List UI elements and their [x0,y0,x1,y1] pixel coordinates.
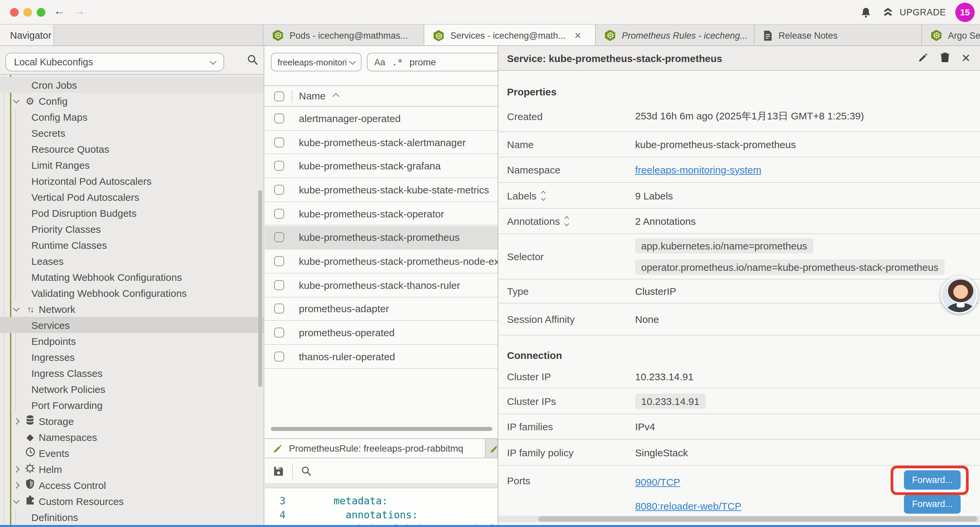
sidebar-item-events[interactable]: Events [0,445,264,461]
port-link-9090-tcp[interactable]: 9090/TCP [635,476,680,487]
table-row-alertmanager-operated[interactable]: alertmanager-operated [265,107,498,131]
detail-row-ip-family-policy: IP family policySingleStack [498,439,980,466]
sidebar-item-endpoints[interactable]: Endpoints [0,333,264,349]
sort-ascending-icon[interactable] [332,93,339,100]
table-row-thanos-ruler-operated[interactable]: thanos-ruler-operated [265,345,498,369]
row-checkbox[interactable] [274,185,284,195]
sidebar-item-vertical-pod-autoscalers[interactable]: Vertical Pod Autoscalers [0,189,264,205]
namespace-filter-dropdown[interactable]: freeleaps-monitoring-system [271,53,361,72]
upgrade-button[interactable]: UPGRADE [881,6,946,18]
yaml-editor[interactable]: 3metadata:4annotations:5kubectl.kubernet… [265,488,498,527]
chevron-right-icon[interactable] [13,466,20,472]
tab-argo-se[interactable]: Argo Se [922,25,980,45]
match-case-icon[interactable]: Aa [374,57,385,67]
table-row-prometheus-operated[interactable]: prometheus-operated [265,321,498,345]
minimize-window-button[interactable] [23,8,32,17]
detail-close-icon[interactable]: ✕ [961,51,971,65]
sidebar-item-port-forwarding[interactable]: Port Forwarding [0,397,264,413]
bell-icon[interactable] [860,6,872,18]
row-checkbox[interactable] [274,304,284,314]
sidebar-item-pod-disruption-budgets[interactable]: Pod Disruption Budgets [0,205,264,221]
avatar[interactable] [941,276,978,314]
row-checkbox[interactable] [274,280,284,290]
detail-scrollbar[interactable] [538,516,977,522]
save-icon[interactable] [273,465,284,477]
table-row-kube-prometheus-stack-kube-state-metrics[interactable]: kube-prometheus-stack-kube-state-metrics [265,178,498,202]
table-row-prometheus-adapter[interactable]: prometheus-adapter [265,297,498,321]
tab-pods-icecheng-mathmas[interactable]: Pods - icecheng@mathmas... [264,25,424,45]
forward-button-2[interactable]: Forward... [904,494,961,514]
detail-delete-trash-icon[interactable] [940,52,950,64]
sidebar-item-priority-classes[interactable]: Priority Classes [0,221,264,237]
notification-count-badge[interactable]: 15 [955,3,975,22]
row-checkbox[interactable] [274,137,284,147]
sidebar-item-storage[interactable]: Storage [0,413,264,429]
row-checkbox[interactable] [274,352,284,361]
chevron-down-icon[interactable] [13,497,20,503]
sidebar-item-namespaces[interactable]: ◆Namespaces [0,429,264,445]
namespace-link[interactable]: freeleaps-monitoring-system [635,164,762,175]
row-checkbox[interactable] [274,113,284,123]
table-row-kube-prometheus-stack-prometheus-node-expor[interactable]: kube-prometheus-stack-prometheus-node-ex… [265,250,498,273]
sidebar-item-horizontal-pod-autoscalers[interactable]: Horizontal Pod Autoscalers [0,173,264,189]
row-checkbox[interactable] [274,161,284,171]
expand-collapse-sorter-icon[interactable] [565,217,568,226]
sidebar-item-services[interactable]: Services [0,317,264,333]
editor-tab-prometheusrule[interactable]: PrometheusRule: freeleaps-prod-rabbitmq [265,439,486,458]
sidebar-item-access-control[interactable]: Access Control [0,477,264,493]
expand-collapse-sorter-icon[interactable] [542,191,545,200]
select-all-checkbox[interactable] [274,91,284,101]
regex-icon[interactable]: .* [392,57,403,67]
port-link-8080-reloader-web-tcp[interactable]: 8080:reloader-web/TCP [635,500,741,511]
sidebar-item-helm[interactable]: Helm [0,461,264,477]
row-checkbox[interactable] [274,232,284,242]
table-row-kube-prometheus-stack-alertmanager[interactable]: kube-prometheus-stack-alertmanager [265,131,498,154]
sidebar-item-runtime-classes[interactable]: Runtime Classes [0,237,264,253]
detail-label: Annotations [498,209,635,234]
sidebar-item-ingresses[interactable]: Ingresses [0,349,264,365]
row-checkbox[interactable] [274,209,284,218]
sidebar-search-icon[interactable] [247,54,258,67]
sidebar-item-leases[interactable]: Leases [0,253,264,269]
list-search-input[interactable]: Aa .* prome [367,53,498,72]
row-checkbox[interactable] [274,256,284,266]
sidebar-item-definitions[interactable]: Definitions [0,509,264,525]
tab-close-icon[interactable]: ✕ [574,31,582,41]
name-column-header[interactable]: Name [299,90,326,101]
zoom-window-button[interactable] [37,8,45,17]
sidebar-item-network[interactable]: ↑↓Network [0,301,264,317]
sidebar-item-config[interactable]: ⚙Config [0,93,264,109]
table-row-kube-prometheus-stack-prometheus[interactable]: kube-prometheus-stack-prometheus [265,226,498,250]
editor-tab-next-partial[interactable] [486,439,498,458]
table-row-kube-prometheus-stack-thanos-ruler[interactable]: kube-prometheus-stack-thanos-ruler [265,274,498,297]
chevron-down-icon[interactable] [13,96,20,103]
sidebar-item-secrets[interactable]: Secrets [0,125,264,141]
sidebar-item-custom-resources[interactable]: Custom Resources [0,493,264,509]
sidebar-item-cron-jobs[interactable]: Cron Jobs [0,77,264,93]
sidebar-scrollbar[interactable] [258,190,262,387]
kubeconfig-dropdown[interactable]: Local Kubeconfigs [5,53,224,72]
sidebar-item-ingress-classes[interactable]: Ingress Classes [0,365,264,381]
editor-search-icon[interactable] [301,466,312,476]
back-icon[interactable]: ← [52,5,67,18]
sidebar-item-config-maps[interactable]: Config Maps [0,109,264,125]
close-window-button[interactable] [10,8,19,17]
sidebar-item-mutating-webhook-configurations[interactable]: Mutating Webhook Configurations [0,269,264,285]
detail-edit-pencil-icon[interactable] [918,52,929,64]
tab-prometheus-rules-icecheng[interactable]: Prometheus Rules - icecheng... [596,25,754,45]
table-row-kube-prometheus-stack-operator[interactable]: kube-prometheus-stack-operator [265,202,498,226]
chevron-down-icon[interactable] [13,304,20,311]
table-row-kube-prometheus-stack-grafana[interactable]: kube-prometheus-stack-grafana [265,154,498,178]
navigator-panel-tab[interactable]: Navigator [0,25,54,46]
table-horizontal-scrollbar[interactable] [271,427,492,431]
chevron-right-icon[interactable] [13,417,20,424]
sidebar-item-limit-ranges[interactable]: Limit Ranges [0,157,264,173]
sidebar-item-resource-quotas[interactable]: Resource Quotas [0,141,264,157]
sidebar-item-network-policies[interactable]: Network Policies [0,381,264,397]
sidebar-item-validating-webhook-configurations[interactable]: Validating Webhook Configurations [0,285,264,301]
tab-services-icecheng-math[interactable]: Services - icecheng@math...✕ [424,25,596,45]
row-checkbox[interactable] [274,328,284,338]
tab-release-notes[interactable]: Release Notes [754,25,922,45]
forward-icon[interactable]: → [72,5,87,18]
chevron-right-icon[interactable] [13,482,20,488]
